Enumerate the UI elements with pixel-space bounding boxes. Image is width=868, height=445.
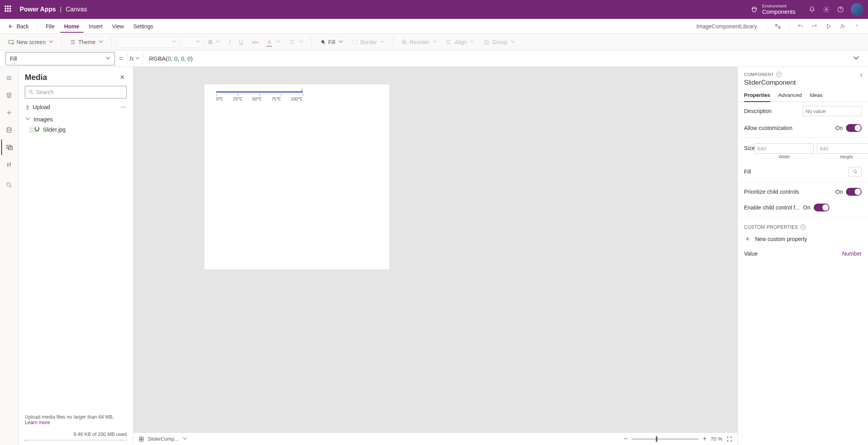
text-align-button[interactable] [286, 37, 307, 47]
help-icon[interactable] [851, 20, 863, 33]
canvas-stage[interactable]: ↓ 0℃ 25℃ 50℃ 75℃ 100℃ [133, 67, 737, 432]
plus-icon: + [744, 235, 751, 243]
italic-button[interactable]: / [226, 37, 234, 47]
search-input[interactable] [36, 89, 123, 95]
zoom-out-icon[interactable]: − [624, 435, 628, 443]
media-usage-bar [25, 439, 127, 441]
settings-gear-icon[interactable] [819, 2, 833, 17]
svg-rect-8 [403, 41, 406, 44]
rail-search-icon[interactable] [1, 177, 17, 193]
menu-settings[interactable]: Settings [130, 20, 157, 33]
width-input[interactable] [755, 143, 814, 154]
slider-label: 0℃ [216, 96, 223, 102]
svg-rect-9 [484, 40, 489, 44]
strikethrough-button[interactable]: abc [249, 38, 262, 46]
reorder-label: Reorder [410, 39, 430, 45]
toggle-state: On [835, 125, 843, 131]
divider [111, 37, 112, 47]
align-button[interactable]: Align [443, 37, 478, 47]
upload-label: Upload [33, 104, 50, 110]
help-icon[interactable] [833, 2, 848, 17]
media-item[interactable]: Slider.jpg [19, 124, 133, 135]
help-badge-icon[interactable]: ? [776, 72, 782, 77]
divider [789, 22, 789, 31]
svg-rect-21 [142, 439, 144, 441]
chevron-down-icon [50, 40, 54, 44]
description-input[interactable] [803, 106, 862, 116]
app-title: Power Apps | Canvas [20, 6, 87, 13]
zoom-in-icon[interactable]: + [703, 435, 707, 443]
menu-insert[interactable]: Insert [85, 20, 107, 33]
component-artboard[interactable]: ↓ 0℃ 25℃ 50℃ 75℃ 100℃ [204, 84, 389, 269]
component-section-label: COMPONENT [744, 72, 774, 77]
rail-media-icon[interactable] [1, 139, 17, 155]
zoom-slider[interactable] [632, 438, 699, 440]
rail-hamburger-icon[interactable] [1, 70, 17, 86]
custom-property-row[interactable]: Value Number [738, 246, 868, 261]
close-icon[interactable]: ✕ [117, 72, 127, 82]
new-custom-property-button[interactable]: + New custom property [738, 232, 868, 246]
expand-formula-icon[interactable] [850, 52, 862, 65]
chevron-down-icon [26, 117, 30, 121]
font-color-button[interactable]: A [264, 37, 283, 47]
menu-file[interactable]: File [42, 20, 59, 33]
environment-picker[interactable]: Environment Components [750, 4, 796, 15]
svg-point-16 [7, 183, 10, 186]
fit-screen-icon[interactable] [726, 436, 733, 442]
back-button[interactable]: Back [5, 22, 32, 31]
app-launcher-icon[interactable] [5, 6, 13, 13]
tab-ideas[interactable]: Ideas [810, 92, 823, 102]
media-footer-note: Upload media files no larger than 64 MB. [25, 414, 127, 420]
notifications-icon[interactable] [805, 2, 819, 17]
user-avatar[interactable] [851, 3, 863, 16]
underline-button[interactable]: U [236, 37, 246, 47]
tab-advanced[interactable]: Advanced [778, 92, 802, 102]
slider-label: 75℃ [272, 96, 281, 102]
font-size-dropdown[interactable] [182, 37, 203, 48]
divider [37, 22, 37, 31]
formula-input[interactable]: RGBA(0, 0, 0, 0) [147, 55, 846, 62]
chevron-down-icon [471, 40, 475, 44]
undo-icon[interactable] [794, 20, 807, 33]
menu-view[interactable]: View [108, 20, 128, 33]
menu-home[interactable]: Home [60, 20, 83, 33]
group-button[interactable]: Group [480, 37, 518, 47]
play-icon[interactable] [822, 20, 835, 33]
border-button[interactable]: Border [349, 37, 388, 47]
bold-button[interactable]: B [205, 37, 224, 47]
new-screen-button[interactable]: New screen [5, 37, 57, 47]
help-badge-icon[interactable]: ? [800, 224, 806, 230]
prioritize-child-toggle[interactable] [846, 188, 862, 196]
more-options-icon[interactable]: ⋯ [120, 104, 127, 110]
fill-button[interactable]: Fill [316, 37, 346, 47]
chevron-down-icon[interactable] [183, 437, 187, 441]
font-dropdown[interactable] [117, 37, 180, 48]
fx-button[interactable]: fx [127, 52, 143, 65]
tab-properties[interactable]: Properties [744, 92, 770, 102]
reorder-button[interactable]: Reorder [398, 37, 441, 47]
allow-customization-toggle[interactable] [846, 124, 862, 132]
media-group-images[interactable]: Images [19, 113, 133, 124]
media-search[interactable] [25, 86, 127, 98]
chevron-right-icon[interactable] [859, 72, 864, 78]
breadcrumb[interactable]: SliderComp... [148, 436, 179, 442]
media-item-name: Slider.jpg [43, 126, 66, 133]
redo-icon[interactable] [808, 20, 821, 33]
height-input[interactable] [817, 143, 868, 154]
theme-button[interactable]: Theme [67, 37, 107, 47]
learn-more-link[interactable]: Learn more [25, 420, 50, 425]
rail-advanced-tools-icon[interactable] [1, 157, 17, 172]
property-selector[interactable]: Fill [6, 52, 115, 65]
upload-button[interactable]: Upload [25, 104, 50, 110]
canvas-area: ↓ 0℃ 25℃ 50℃ 75℃ 100℃ SliderComp... − [133, 67, 737, 445]
enable-child-toggle[interactable] [814, 204, 829, 211]
rail-tree-view-icon[interactable] [1, 87, 17, 103]
fill-color-picker[interactable] [848, 167, 862, 176]
divider [738, 137, 868, 138]
component-name: SliderComponent [744, 79, 862, 87]
share-icon[interactable] [837, 20, 849, 33]
rail-data-icon[interactable] [1, 122, 17, 138]
app-checker-icon[interactable] [772, 20, 784, 33]
rail-insert-icon[interactable] [1, 105, 17, 121]
fill-label: Fill [328, 39, 335, 45]
